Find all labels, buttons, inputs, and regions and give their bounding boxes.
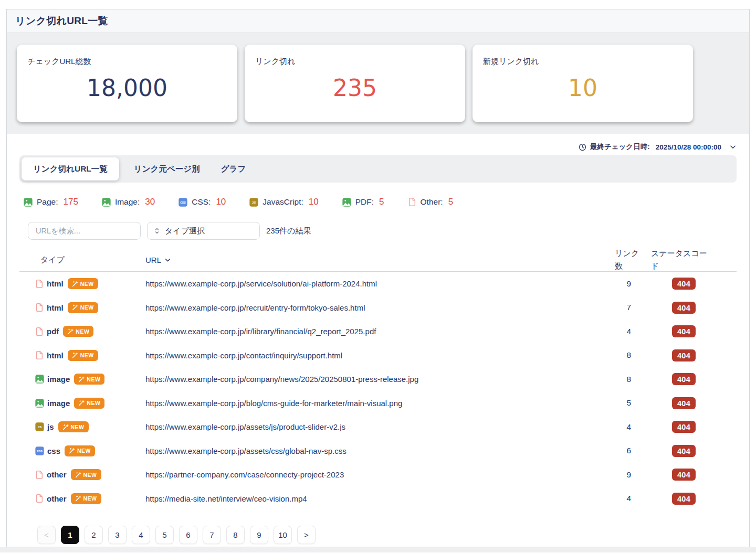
filter-label: Other: [421,197,443,207]
broken-links-table: タイプ URL リンク数 ステータスコード htmlNEWhttps://www… [19,247,737,511]
column-header-status[interactable]: ステータスコード [645,247,713,272]
pagination-page-2[interactable]: 2 [85,526,103,544]
row-url[interactable]: https://www.example-corp.jp/service/solu… [145,279,597,288]
table-row: htmlNEWhttps://www.example-corp.jp/servi… [19,272,737,296]
wand-icon [75,472,81,478]
table-row: csscssNEWhttps://www.example-corp.jp/ass… [19,439,737,463]
status-code-badge: 404 [672,421,696,433]
column-header-links[interactable]: リンク数 [615,247,639,272]
clock-icon [579,143,586,151]
row-status-cell: 404 [645,397,737,409]
column-header-type[interactable]: タイプ [19,255,145,265]
svg-text:JS: JS [252,201,256,204]
row-type-label: css [47,446,60,455]
new-badge: NEW [68,350,98,361]
pagination-page-6[interactable]: 6 [179,526,197,544]
row-status-cell: 404 [645,325,737,337]
panel-header: リンク切れURL一覧 [7,9,749,33]
search-input[interactable] [28,222,141,240]
wand-icon [78,376,85,382]
row-url[interactable]: https://www.example-corp.jp/assets/css/g… [145,446,597,455]
status-code-badge: 404 [672,325,696,337]
type-select[interactable]: タイプ選択 [147,222,260,240]
row-type-label: pdf [47,327,59,336]
row-url[interactable]: https://partner-company.com/case/connect… [145,470,597,479]
table-row: otherNEWhttps://media-site.net/interview… [19,487,737,511]
pagination-page-1[interactable]: 1 [61,526,79,544]
tab-broken-url-list[interactable]: リンク切れURL一覧 [22,157,119,180]
filter-count: 5 [448,197,453,207]
stat-card-label: チェックURL総数 [27,57,91,67]
wand-icon [69,448,75,454]
file-icon [35,494,44,503]
table-row: htmlNEWhttps://www.example-corp.jp/recru… [19,296,737,320]
row-link-count: 9 [597,470,645,480]
row-url[interactable]: https://www.example-corp.jp/contact/inqu… [145,351,597,360]
row-url[interactable]: https://media-site.net/interview/ceo-vis… [145,494,597,503]
result-count: 235件の結果 [266,226,311,236]
row-url[interactable]: https://www.example-corp.jp/company/news… [145,375,597,384]
row-status-cell: 404 [645,302,737,314]
chevron-down-icon[interactable] [729,143,737,151]
pagination-page-9[interactable]: 9 [250,526,268,544]
stats-cards: チェックURL総数18,000リンク切れ235新規リンク切れ10 [7,33,749,134]
type-select-value: タイプ選択 [165,226,205,236]
file-icon [35,350,44,360]
row-type-label: other [47,470,67,479]
new-badge: NEW [71,469,101,480]
table-row: pdfNEWhttps://www.example-corp.jp/ir/lib… [19,320,737,344]
pagination-page-3[interactable]: 3 [108,526,127,544]
row-status-cell: 404 [645,349,737,361]
row-link-count: 4 [597,327,645,336]
type-count-summary: Page:175Image:30cssCSS:10JSJavasCript:10… [24,196,737,208]
filter-label: JavasCript: [262,197,303,207]
table-row: imageNEWhttps://www.example-corp.jp/comp… [19,367,737,391]
wand-icon [72,304,78,311]
page-bottom-strip [0,547,756,552]
pagination-page-10[interactable]: 10 [274,526,292,544]
status-code-badge: 404 [672,469,696,481]
chevrons-up-down-icon [154,227,160,235]
row-type-label: html [47,303,64,312]
column-header-url[interactable]: URL [145,256,597,264]
row-type-cell: imageNEW [19,374,145,385]
js-icon: JS [249,198,258,207]
image-icon [35,399,44,408]
pagination-page-5[interactable]: 5 [155,526,174,544]
tab-graph[interactable]: グラフ [211,157,257,180]
pagination-page-7[interactable]: 7 [203,526,221,544]
wand-icon [78,400,85,406]
new-badge: NEW [71,493,101,504]
pagination-page-4[interactable]: 4 [132,526,150,544]
tab-source-page[interactable]: リンク元ページ別 [123,157,211,180]
row-url[interactable]: https://www.example-corp.jp/ir/library/f… [145,327,597,336]
filter-count: 30 [145,197,155,207]
stat-card: リンク切れ235 [245,45,465,122]
row-url[interactable]: https://www.example-corp.jp/assets/js/pr… [145,422,597,431]
status-code-badge: 404 [672,349,696,361]
row-link-count: 8 [597,375,645,384]
row-url[interactable]: https://www.example-corp.jp/recruit/entr… [145,303,597,312]
status-code-badge: 404 [672,373,696,385]
wand-icon [72,352,78,358]
filter-count-css: cssCSS:10 [178,197,226,207]
stat-card-label: リンク切れ [255,57,295,67]
row-type-cell: htmlNEW [19,302,145,313]
pagination-page-8[interactable]: 8 [226,526,245,544]
status-code-badge: 404 [672,445,696,457]
new-badge: NEW [74,398,104,409]
row-link-count: 4 [597,422,645,432]
row-link-count: 4 [597,494,645,503]
image-icon [24,198,33,207]
row-type-label: image [47,375,70,384]
status-code-badge: 404 [672,397,696,409]
row-url[interactable]: https://www.example-corp.jp/blog/cms-gui… [145,399,597,408]
stat-card-value: 10 [472,75,693,101]
pagination-next-button[interactable]: > [297,526,316,544]
pagination-prev-button[interactable]: < [37,526,56,544]
row-status-cell: 404 [645,445,737,457]
filter-label: CSS: [192,197,211,207]
image-icon [35,375,44,384]
file-icon [35,303,44,312]
row-link-count: 8 [597,350,645,360]
